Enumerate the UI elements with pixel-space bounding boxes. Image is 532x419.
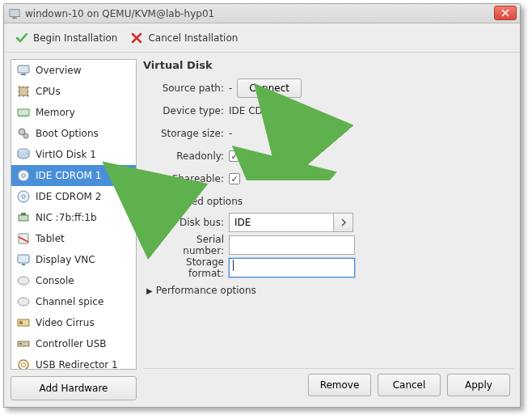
tablet-icon — [16, 231, 31, 246]
sidebar-item-label: Video Cirrus — [36, 317, 95, 328]
sidebar-item-tablet[interactable]: Tablet — [11, 228, 136, 249]
advanced-options-expander[interactable]: ▼ Advanced options — [146, 196, 513, 207]
nic-icon — [16, 210, 31, 225]
sidebar-item-ide-cdrom-2[interactable]: IDE CDROM 2 — [11, 186, 136, 207]
cpu-icon — [16, 84, 31, 99]
svg-rect-14 — [21, 213, 26, 215]
remove-button[interactable]: Remove — [308, 374, 371, 396]
chevron-right-icon — [340, 218, 347, 226]
close-button[interactable] — [494, 6, 517, 20]
sidebar-item-label: USB Redirector 1 — [36, 359, 118, 370]
sidebar-item-label: IDE CDROM 2 — [36, 191, 101, 202]
sidebar-item-usb-redirector-1[interactable]: USB Redirector 1 — [11, 354, 136, 370]
sidebar-item-controller-usb[interactable]: Controller USB — [11, 333, 136, 354]
app-icon — [9, 8, 20, 19]
add-hardware-button[interactable]: Add Hardware — [11, 376, 137, 400]
cancel-installation-button[interactable]: Cancel Installation — [130, 32, 238, 44]
sidebar-item-boot-options[interactable]: Boot Options — [11, 123, 136, 144]
chevron-down-icon: ▼ — [146, 197, 153, 206]
connect-button[interactable]: Connect — [237, 78, 302, 98]
memory-icon — [16, 105, 31, 120]
sidebar-item-memory[interactable]: Memory — [11, 102, 136, 123]
svg-rect-2 — [18, 66, 29, 73]
svg-rect-0 — [10, 9, 19, 16]
video-icon — [16, 315, 31, 330]
check-icon — [15, 32, 28, 44]
sidebar-item-label: IDE CDROM 1 — [36, 170, 101, 181]
sidebar-item-label: VirtIO Disk 1 — [36, 149, 96, 160]
svg-rect-24 — [19, 343, 22, 345]
section-title: Virtual Disk — [143, 59, 513, 71]
svg-rect-3 — [21, 74, 26, 75]
cancel-button[interactable]: Cancel — [378, 374, 441, 396]
storage-size-label: Storage size: — [143, 128, 224, 139]
sidebar-item-console[interactable]: Console — [11, 270, 136, 291]
svg-rect-15 — [19, 234, 28, 243]
svg-point-12 — [22, 195, 25, 198]
cdrom-icon — [16, 168, 31, 183]
usb-icon — [16, 336, 31, 351]
svg-point-26 — [22, 363, 26, 367]
sidebar-item-label: Display VNC — [36, 254, 95, 265]
svg-rect-5 — [18, 109, 29, 116]
svg-rect-18 — [22, 264, 25, 265]
source-path-label: Source path: — [143, 83, 224, 94]
storage-size-value: - — [229, 128, 232, 139]
begin-installation-button[interactable]: Begin Installation — [15, 32, 117, 44]
sidebar-item-ide-cdrom-1[interactable]: IDE CDROM 1 — [11, 165, 136, 186]
disk-bus-dropdown-button[interactable] — [334, 213, 353, 232]
serial-number-label: Serial number: — [153, 234, 224, 256]
shareable-checkbox[interactable] — [229, 173, 240, 184]
sidebar-item-channel-spice[interactable]: Channel spice — [11, 291, 136, 312]
serial-number-input[interactable] — [229, 235, 355, 255]
svg-rect-1 — [12, 17, 16, 19]
sidebar: OverviewCPUsMemoryBoot OptionsVirtIO Dis… — [11, 59, 137, 400]
sidebar-item-label: Boot Options — [36, 128, 99, 139]
sidebar-item-label: Memory — [36, 107, 75, 118]
device-type-value: IDE CDROM 1 — [229, 105, 294, 116]
cancel-label: Cancel Installation — [148, 32, 238, 44]
sidebar-item-virtio-disk-1[interactable]: VirtIO Disk 1 — [11, 144, 136, 165]
display-icon — [16, 252, 31, 267]
window-title: windown-10 on QEMU/KVM@lab-hyp01 — [25, 8, 214, 19]
sidebar-item-label: Channel spice — [36, 296, 103, 307]
sidebar-item-display-vnc[interactable]: Display VNC — [11, 249, 136, 270]
cdrom-icon — [16, 189, 31, 204]
source-path-value: - — [229, 83, 232, 94]
console-icon — [16, 273, 31, 288]
cancel-icon — [130, 32, 143, 44]
svg-point-19 — [18, 277, 29, 285]
usb-redir-icon — [16, 358, 31, 370]
sidebar-item-overview[interactable]: Overview — [11, 60, 136, 81]
details-panel: Virtual Disk Source path: - Connect Devi… — [143, 59, 513, 400]
disk-bus-combo[interactable]: IDE — [229, 213, 353, 232]
sidebar-item-cpus[interactable]: CPUs — [11, 81, 136, 102]
sidebar-item-label: CPUs — [36, 86, 61, 97]
disk-icon — [16, 147, 31, 162]
svg-point-10 — [22, 174, 25, 177]
performance-options-expander[interactable]: ▶ Performance options — [146, 285, 513, 296]
sidebar-item-label: Tablet — [36, 233, 65, 244]
sidebar-item-video-cirrus[interactable]: Video Cirrus — [11, 312, 136, 333]
monitor-icon — [16, 63, 31, 78]
readonly-checkbox[interactable] — [229, 150, 240, 162]
svg-point-7 — [23, 133, 28, 138]
apply-button[interactable]: Apply — [447, 374, 510, 396]
gears-icon — [16, 126, 31, 141]
sidebar-item-nic-7b-ff-1b[interactable]: NIC :7b:ff:1b — [11, 207, 136, 228]
readonly-label: Readonly: — [143, 150, 224, 162]
close-icon — [501, 9, 509, 17]
sidebar-list[interactable]: OverviewCPUsMemoryBoot OptionsVirtIO Dis… — [11, 59, 137, 370]
svg-point-20 — [18, 298, 29, 306]
device-type-label: Device type: — [143, 105, 224, 116]
svg-rect-17 — [18, 255, 29, 263]
storage-format-input[interactable] — [229, 258, 355, 277]
sidebar-item-label: Console — [36, 275, 74, 286]
advanced-label: Advanced options — [156, 196, 243, 207]
sidebar-item-label: NIC :7b:ff:1b — [36, 212, 97, 223]
shareable-label: Shareable: — [143, 173, 224, 184]
disk-bus-value: IDE — [229, 213, 334, 232]
performance-label: Performance options — [156, 285, 256, 296]
toolbar: Begin Installation Cancel Installation — [4, 23, 520, 53]
sidebar-item-label: Overview — [36, 65, 82, 76]
